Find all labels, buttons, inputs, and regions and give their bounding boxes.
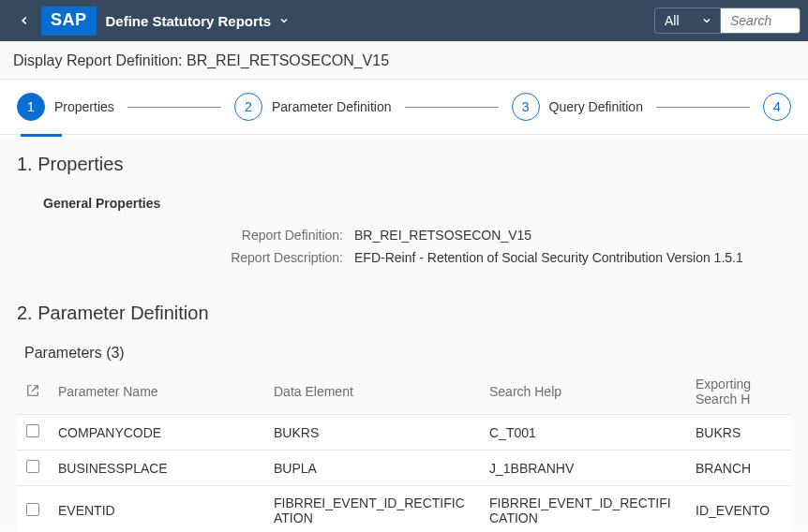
wizard-connector — [656, 107, 750, 108]
parameters-table: Parameter Name Data Element Search Help … — [17, 369, 791, 531]
cell-exporting: ID_EVENTO — [686, 486, 791, 532]
cell-parameter-name: EVENTID — [49, 486, 264, 532]
back-button[interactable] — [7, 7, 41, 34]
page-subheader: Display Report Definition: BR_REI_RETSOS… — [0, 41, 808, 80]
wizard-connector — [127, 107, 221, 108]
form-value: BR_REI_RETSOSECON_V15 — [354, 228, 531, 243]
wizard-step-query-definition[interactable]: 3 Query Definition — [512, 93, 643, 121]
chevron-down-icon — [278, 13, 290, 29]
export-column-header[interactable] — [17, 369, 49, 415]
cell-search-help: FIBRREI_EVENT_ID_RECTIFICATION — [480, 486, 686, 532]
export-icon — [26, 385, 39, 400]
sap-logo: SAP — [41, 7, 97, 36]
form-label: Report Definition: — [17, 228, 354, 243]
wizard-step-label: Parameter Definition — [272, 99, 392, 114]
cell-search-help: C_T001 — [480, 415, 686, 451]
cell-data-element: BUPLA — [264, 451, 480, 486]
wizard-step-4[interactable]: 4 — [763, 93, 791, 121]
section-heading-properties: 1. Properties — [17, 154, 791, 175]
table-row[interactable]: COMPANYCODE BUKRS C_T001 BUKRS — [17, 415, 791, 451]
wizard-progress: 1 Properties 2 Parameter Definition 3 Qu… — [0, 80, 808, 135]
cell-search-help: J_1BBRANHV — [480, 451, 686, 486]
cell-data-element: BUKRS — [264, 415, 480, 451]
row-checkbox[interactable] — [26, 460, 39, 473]
cell-parameter-name: COMPANYCODE — [49, 415, 264, 451]
table-row[interactable]: EVENTID FIBRREI_EVENT_ID_RECTIFICATION F… — [17, 486, 791, 532]
wizard-step-label: Properties — [54, 99, 114, 114]
search-filter-label: All — [665, 13, 680, 28]
column-header-parameter-name[interactable]: Parameter Name — [49, 369, 264, 415]
app-title-text: Define Statutory Reports — [106, 13, 272, 29]
wizard-step-number: 1 — [17, 93, 45, 121]
cell-exporting: BRANCH — [686, 451, 791, 486]
cell-parameter-name: BUSINESSPLACE — [49, 451, 264, 486]
parameters-count-heading: Parameters (3) — [24, 345, 791, 362]
chevron-down-icon — [701, 15, 712, 26]
wizard-step-properties[interactable]: 1 Properties — [17, 93, 114, 121]
wizard-step-number: 3 — [512, 93, 540, 121]
column-header-search-help[interactable]: Search Help — [480, 369, 686, 415]
column-header-exporting[interactable]: Exporting Search H — [686, 369, 791, 415]
wizard-step-label: Query Definition — [549, 99, 643, 114]
wizard-step-parameter-definition[interactable]: 2 Parameter Definition — [234, 93, 392, 121]
search-input[interactable] — [720, 7, 801, 34]
subsection-heading-general: General Properties — [43, 196, 791, 211]
form-row-report-definition: Report Definition: BR_REI_RETSOSECON_V15 — [17, 228, 791, 243]
wizard-connector — [405, 107, 499, 108]
shell-header: SAP Define Statutory Reports All — [0, 0, 808, 41]
cell-exporting: BUKRS — [686, 415, 791, 451]
cell-data-element: FIBRREI_EVENT_ID_RECTIFICATION — [264, 486, 480, 532]
form-row-report-description: Report Description: EFD-Reinf - Retentio… — [17, 250, 791, 265]
search-filter-select[interactable]: All — [654, 7, 720, 34]
chevron-left-icon — [18, 14, 31, 27]
section-heading-parameter-definition: 2. Parameter Definition — [17, 303, 791, 324]
row-checkbox[interactable] — [26, 503, 39, 516]
app-title[interactable]: Define Statutory Reports — [106, 13, 291, 29]
wizard-step-number: 4 — [763, 93, 791, 121]
table-row[interactable]: BUSINESSPLACE BUPLA J_1BBRANHV BRANCH — [17, 451, 791, 486]
page-title: Display Report Definition: BR_REI_RETSOS… — [13, 52, 389, 68]
row-checkbox[interactable] — [26, 424, 39, 437]
form-label: Report Description: — [17, 250, 354, 265]
content-area: 1. Properties General Properties Report … — [0, 137, 808, 531]
column-header-data-element[interactable]: Data Element — [264, 369, 480, 415]
wizard-step-number: 2 — [234, 93, 262, 121]
form-value: EFD-Reinf - Retention of Social Security… — [354, 250, 743, 265]
